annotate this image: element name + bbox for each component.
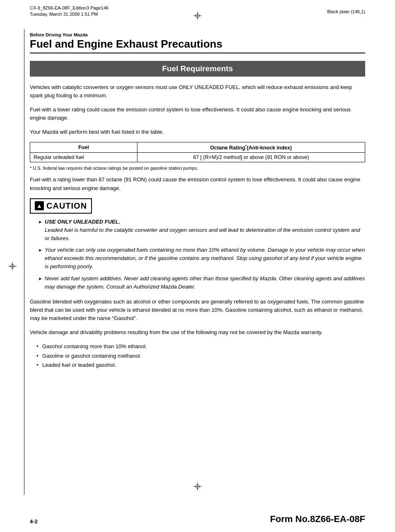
caution-item-2-body: Your vehicle can only use oxygenated fue… xyxy=(45,247,365,270)
caution-item-1-headline: USE ONLY UNLEADED FUEL. xyxy=(45,219,120,225)
paragraph-3: Your Mazda will perform best with fuel l… xyxy=(30,128,365,136)
fuel-requirements-heading: Fuel Requirements xyxy=(30,61,365,77)
paragraph-6: Vehicle damage and drivability problems … xyxy=(30,328,365,337)
table-cell-octane: 87 [ (R+M)/2 method] or above (91 RON or… xyxy=(137,153,365,162)
paragraph-4: Fuel with a rating lower than 87 octane … xyxy=(30,176,365,192)
table-row: Regular unleaded fuel 87 [ (R+M)/2 metho… xyxy=(30,153,365,162)
caution-item-1-body: Leaded fuel is harmful to the catalytic … xyxy=(45,227,360,241)
reg-mark-top xyxy=(193,12,202,20)
reg-mark-bottom xyxy=(193,482,202,491)
caution-item-3: Never add fuel system additives. Never a… xyxy=(38,274,365,291)
caution-label: CAUTION xyxy=(46,201,87,211)
caution-item-2: Your vehicle can only use oxygenated fue… xyxy=(38,246,365,271)
header-plate-info: Black plate (146,1) xyxy=(327,9,365,14)
page-title: Fuel and Engine Exhaust Precautions xyxy=(30,38,365,50)
table-col2-header: Octane Rating*(Anti-knock index) xyxy=(137,142,365,153)
page-number: 4-2 xyxy=(30,518,38,525)
reg-mark-left xyxy=(8,262,17,270)
fuel-table: Fuel Octane Rating*(Anti-knock index) Re… xyxy=(30,142,365,162)
paragraph-5: Gasoline blended with oxygenates such as… xyxy=(30,298,365,323)
paragraph-1: Vehicles with catalytic converters or ox… xyxy=(30,83,365,100)
caution-item-3-body: Never add fuel system additives. Never a… xyxy=(45,275,365,290)
caution-item-1: USE ONLY UNLEADED FUEL. Leaded fuel is h… xyxy=(38,218,365,243)
caution-box: ▲ CAUTION xyxy=(30,198,92,214)
table-cell-fuel: Regular unleaded fuel xyxy=(30,153,137,162)
caution-list: USE ONLY UNLEADED FUEL. Leaded fuel is h… xyxy=(30,218,365,291)
table-footnote: * U.S. federal law requires that octane … xyxy=(30,166,365,171)
bullet-list: Gasohol containing more than 10% ethanol… xyxy=(30,342,365,369)
paragraph-2: Fuel with a lower rating could cause the… xyxy=(30,106,365,122)
header-file-info: CX-9_8Z66-EA-08F_Edition3 Page146 Tuesda… xyxy=(30,5,108,18)
caution-icon: ▲ xyxy=(35,201,44,210)
bullet-item-2: Gasoline or gasohol containing methanol. xyxy=(36,352,365,360)
page-container: CX-9_8Z66-EA-08F_Edition3 Page146 Tuesda… xyxy=(0,0,395,532)
left-border-line xyxy=(24,29,24,495)
table-col1-header: Fuel xyxy=(30,142,137,153)
bullet-item-1: Gasohol containing more than 10% ethanol… xyxy=(36,342,365,351)
bullet-item-3: Leaded fuel or leaded gasohol. xyxy=(36,361,365,369)
section-label: Before Driving Your Mazda xyxy=(30,32,365,37)
title-rule xyxy=(30,53,365,53)
form-number: Form No.8Z66-EA-08F xyxy=(270,514,365,525)
main-content: Before Driving Your Mazda Fuel and Engin… xyxy=(30,32,365,495)
